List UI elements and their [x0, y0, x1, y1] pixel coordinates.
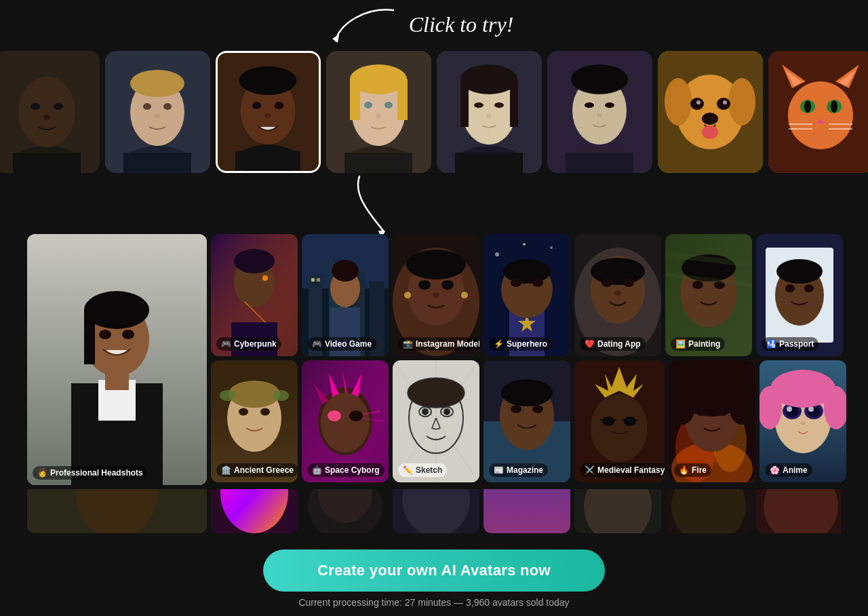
svg-point-59 — [723, 100, 727, 104]
headshot-card-1[interactable] — [0, 51, 100, 173]
avatar-card-sketch[interactable]: ✏️ Sketch — [393, 360, 479, 482]
svg-point-21 — [275, 102, 283, 109]
svg-point-223 — [584, 489, 652, 533]
avatar-card-passport[interactable]: 🛂 Passport — [756, 234, 843, 356]
svg-point-60 — [702, 113, 718, 125]
svg-point-112 — [433, 292, 439, 298]
svg-point-124 — [511, 279, 521, 287]
svg-point-5 — [31, 103, 40, 110]
svg-point-162 — [321, 393, 370, 453]
svg-point-118 — [550, 246, 553, 249]
headshot-card-3[interactable] — [216, 51, 321, 173]
avatar-label-painting: 🖼️ Painting — [671, 337, 725, 351]
avatar-card-medieval[interactable]: ⚔️ Medieval Fantasy — [574, 360, 665, 482]
svg-point-172 — [408, 378, 465, 408]
middle-arrow-area — [0, 180, 868, 234]
ancient-icon: 🏛️ — [221, 465, 231, 475]
avatar-card-superhero[interactable]: ⚡ Superhero — [484, 234, 570, 356]
cta-subtext: Current processing time: 27 minutes — 3,… — [0, 597, 868, 608]
headshot-card-8[interactable] — [768, 51, 868, 173]
svg-point-152 — [260, 408, 270, 416]
headshot-card-6[interactable] — [547, 51, 652, 173]
svg-point-38 — [474, 102, 484, 108]
svg-point-194 — [669, 384, 696, 425]
avatar-card-painting[interactable]: 🖼️ Painting — [665, 234, 752, 356]
svg-point-180 — [501, 379, 553, 406]
svg-point-6 — [54, 103, 63, 110]
svg-point-30 — [376, 114, 381, 119]
avatar-card-professional[interactable]: 👩 Professional Headshots — [27, 234, 207, 485]
svg-point-131 — [623, 279, 634, 287]
avatar-card-ancient[interactable]: 🏛️ Ancient Greece — [211, 360, 298, 482]
superhero-icon: ⚡ — [494, 339, 504, 349]
avatar-card-fire[interactable]: 🔥 Fire — [669, 360, 755, 482]
svg-point-110 — [418, 280, 431, 290]
svg-point-205 — [787, 406, 792, 412]
svg-rect-36 — [455, 153, 523, 173]
svg-point-185 — [591, 394, 648, 462]
headshot-card-7[interactable] — [658, 51, 763, 173]
partial-card-6 — [574, 489, 661, 533]
svg-point-117 — [495, 252, 499, 256]
svg-point-111 — [441, 280, 454, 290]
avatar-label-medieval: ⚔️ Medieval Fantasy — [580, 463, 665, 477]
svg-point-196 — [696, 408, 707, 416]
avatar-card-instagram[interactable]: 📸 Instagram Model — [393, 234, 479, 356]
svg-rect-102 — [317, 278, 320, 282]
svg-point-125 — [532, 279, 543, 287]
avatar-label-dating: ❤️ Dating App — [580, 337, 646, 351]
svg-point-91 — [234, 249, 275, 273]
svg-point-51 — [571, 64, 628, 94]
magazine-icon: 📰 — [494, 465, 504, 475]
headshot-card-5[interactable] — [437, 51, 542, 173]
avatar-label-professional: 👩 Professional Headshots — [33, 466, 148, 480]
svg-point-207 — [801, 422, 805, 425]
instagram-icon: 📸 — [403, 339, 413, 349]
partial-card-4 — [393, 489, 479, 533]
click-to-try-area: Click to try! — [0, 0, 868, 44]
avatar-card-anime[interactable]: 🌸 Anime — [760, 360, 846, 482]
videogame-icon: 🎮 — [312, 339, 322, 349]
avatar-card-magazine[interactable]: 📰 Magazine — [484, 360, 570, 482]
svg-point-130 — [601, 279, 612, 287]
partial-card-5 — [484, 489, 570, 533]
svg-point-197 — [717, 408, 728, 416]
avatar-card-dating[interactable]: ❤️ Dating App — [574, 234, 661, 356]
avatar-label-spacecyborg: 🤖 Space Cyborg — [307, 463, 384, 477]
svg-point-86 — [99, 330, 111, 339]
create-avatars-button[interactable]: Create your own AI Avatars now — [263, 550, 605, 592]
svg-point-39 — [494, 102, 504, 108]
svg-point-87 — [122, 330, 134, 339]
avatar-label-magazine: 📰 Magazine — [489, 463, 548, 477]
avatar-label-passport: 🛂 Passport — [762, 337, 818, 351]
avatar-card-videogame[interactable]: 🎮 Video Game — [302, 234, 389, 356]
passport-icon: 🛂 — [766, 339, 776, 349]
cyberpunk-icon: 🎮 — [221, 339, 231, 349]
svg-point-187 — [624, 417, 636, 426]
avatar-label-anime: 🌸 Anime — [765, 463, 812, 477]
avatar-label-sketch: ✏️ Sketch — [398, 463, 447, 477]
svg-point-186 — [602, 417, 614, 426]
fire-icon: 🔥 — [679, 465, 689, 475]
headshot-card-4[interactable] — [326, 51, 431, 173]
svg-point-163 — [328, 410, 341, 421]
avatar-label-fire: 🔥 Fire — [674, 463, 711, 477]
svg-rect-42 — [460, 79, 469, 127]
partial-card-1 — [27, 489, 207, 533]
svg-point-4 — [18, 77, 75, 147]
avatar-row-1: 👩 Professional Headshots — [27, 234, 841, 485]
avatar-card-spacecyborg[interactable]: 🤖 Space Cyborg — [302, 360, 389, 482]
dating-icon: ❤️ — [585, 339, 595, 349]
cta-section: Create your own AI Avatars now Current p… — [0, 539, 868, 616]
medieval-icon: ⚔️ — [585, 465, 595, 475]
svg-point-13 — [163, 103, 172, 110]
svg-point-29 — [384, 102, 393, 109]
avatar-card-cyberpunk[interactable]: 🎮 Cyberpunk — [211, 234, 298, 356]
avatar-label-cyberpunk: 🎮 Cyberpunk — [216, 337, 281, 351]
headshots-row — [0, 44, 868, 180]
arrow-left-icon — [326, 3, 407, 44]
anime-icon: 🌸 — [770, 465, 780, 475]
headshot-card-2[interactable] — [105, 51, 210, 173]
partial-card-3 — [302, 489, 389, 533]
svg-rect-26 — [344, 153, 412, 173]
